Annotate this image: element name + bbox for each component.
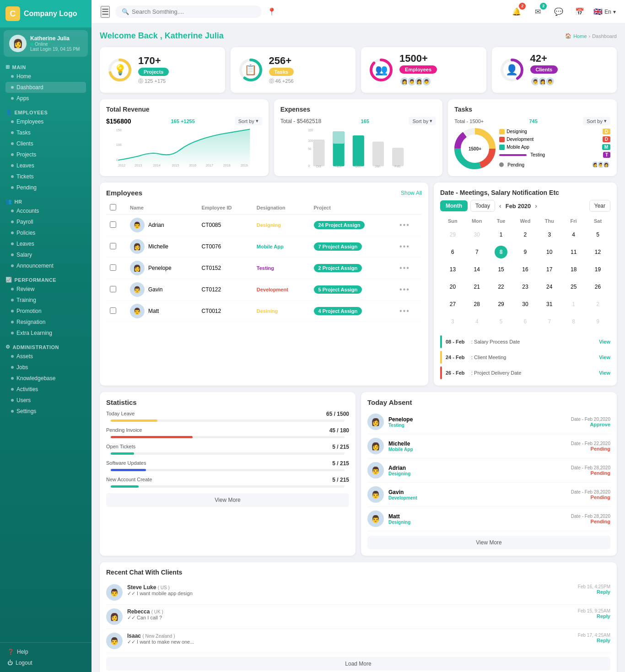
sidebar-item-dashboard[interactable]: Dashboard [5,82,86,93]
calendar-day[interactable]: 25 [562,279,585,295]
expenses-sort[interactable]: Sort by ▾ [409,117,436,125]
sidebar-item-extra-learning[interactable]: Extra Learning [5,328,86,339]
chat-reply-button[interactable]: Reply [578,638,610,643]
sidebar-item-activities[interactable]: Activities [5,384,86,395]
calendar-button[interactable]: 📅 [572,5,587,19]
sidebar-item-resignation[interactable]: Resignation [5,317,86,328]
calendar-day[interactable]: 8 [490,244,513,260]
search-input[interactable] [132,8,255,15]
sidebar-item-leaves[interactable]: Leaves [5,160,86,171]
calendar-day[interactable]: 5 [586,226,609,243]
calendar-day[interactable]: 23 [514,279,537,295]
row-more-button[interactable]: ••• [399,307,410,315]
notification-button[interactable]: 🔔 2 [509,5,524,19]
language-selector[interactable]: 🇬🇧 En ▾ [593,7,616,16]
calendar-day[interactable]: 5 [490,313,513,330]
sidebar-item-tasks[interactable]: Tasks [5,127,86,138]
sidebar-item-review[interactable]: Review [5,284,86,295]
sidebar-item-projects[interactable]: Projects [5,149,86,160]
row-more-button[interactable]: ••• [399,285,410,293]
calendar-day[interactable]: 29 [490,296,513,312]
location-icon[interactable]: 📍 [267,7,276,16]
calendar-day[interactable]: 20 [441,279,464,295]
statistics-view-more[interactable]: View More [106,493,349,507]
calendar-day[interactable]: 31 [538,296,561,312]
row-checkbox[interactable] [110,264,116,271]
show-all-link[interactable]: Show All [401,190,422,196]
calendar-day[interactable]: 22 [490,279,513,295]
calendar-day[interactable]: 28 [465,296,489,312]
row-checkbox[interactable] [110,221,116,228]
calendar-day[interactable]: 2 [514,226,537,243]
calendar-day[interactable]: 30 [514,296,537,312]
sidebar-item-help[interactable]: ❓ Help [5,646,86,657]
calendar-day[interactable]: 16 [514,261,537,278]
calendar-day[interactable]: 4 [562,226,585,243]
calendar-day[interactable]: 2 [586,296,609,312]
prev-month-button[interactable]: ‹ [498,201,503,211]
calendar-day[interactable]: 12 [586,244,609,260]
sidebar-item-salary[interactable]: Salary [5,249,86,260]
row-checkbox[interactable] [110,307,116,314]
calendar-day[interactable]: 14 [465,261,489,278]
calendar-day[interactable]: 11 [562,244,585,260]
sidebar-item-assets[interactable]: Assets [5,351,86,362]
sidebar-item-settings[interactable]: Settings [5,406,86,417]
sidebar-item-payroll[interactable]: Payroll [5,216,86,227]
calendar-day[interactable]: 19 [586,261,609,278]
sidebar-item-promotion[interactable]: Promotion [5,306,86,317]
tasks-sort[interactable]: Sort by ▾ [583,117,610,125]
calendar-day[interactable]: 3 [538,226,561,243]
calendar-day[interactable]: 7 [538,313,561,330]
calendar-day[interactable]: 1 [562,296,585,312]
calendar-day[interactable]: 6 [514,313,537,330]
sidebar-item-announcement[interactable]: Announcement [5,260,86,271]
row-checkbox[interactable] [110,243,116,249]
load-more-button[interactable]: Load More [106,657,610,671]
calendar-day[interactable]: 9 [514,244,537,260]
sidebar-item-policies[interactable]: Policies [5,227,86,238]
calendar-day[interactable]: 6 [441,244,464,260]
row-more-button[interactable]: ••• [399,264,410,272]
breadcrumb-home[interactable]: Home [573,33,587,39]
sidebar-item-apps[interactable]: Apps [5,93,86,104]
row-checkbox[interactable] [110,286,116,292]
year-view-button[interactable]: Year [589,200,610,212]
calendar-day[interactable]: 29 [441,226,464,243]
calendar-day[interactable]: 9 [586,313,609,330]
chat-button[interactable]: 💬 [551,5,566,19]
calendar-day[interactable]: 7 [465,244,489,260]
calendar-day[interactable]: 21 [465,279,489,295]
calendar-day[interactable]: 18 [562,261,585,278]
sidebar-item-tickets[interactable]: Tickets [5,171,86,182]
message-button[interactable]: ✉ 2 [530,5,545,19]
row-more-button[interactable]: ••• [399,242,410,250]
sidebar-item-jobs[interactable]: Jobs [5,362,86,373]
next-month-button[interactable]: › [533,201,539,211]
sidebar-item-employees[interactable]: Employees [5,116,86,127]
calendar-day[interactable]: 8 [562,313,585,330]
revenue-sort[interactable]: Sort by ▾ [235,117,262,125]
calendar-day[interactable]: 17 [538,261,561,278]
calendar-day[interactable]: 13 [441,261,464,278]
sidebar-item-pending[interactable]: Pending [5,182,86,193]
sidebar-item-knowledgebase[interactable]: Knowledgebase [5,373,86,384]
calendar-day[interactable]: 3 [441,313,464,330]
calendar-day[interactable]: 24 [538,279,561,295]
chat-reply-button[interactable]: Reply [578,589,610,595]
menu-button[interactable]: ☰ [101,6,110,18]
chat-reply-button[interactable]: Reply [578,613,610,619]
sidebar-item-clients[interactable]: Clients [5,138,86,149]
sidebar-item-accounts[interactable]: Accounts [5,205,86,216]
row-more-button[interactable]: ••• [399,221,410,229]
event-view-link[interactable]: View [599,355,610,360]
today-button[interactable]: Today [470,200,495,212]
sidebar-item-logout[interactable]: ⏻ Logout [5,657,86,668]
select-all-checkbox[interactable] [110,204,116,210]
month-view-button[interactable]: Month [440,200,468,211]
sidebar-item-home[interactable]: Home [5,71,86,82]
sidebar-item-hr-leaves[interactable]: Leaves [5,238,86,249]
sidebar-item-training[interactable]: Training [5,295,86,306]
calendar-day[interactable]: 27 [441,296,464,312]
sidebar-item-users[interactable]: Users [5,395,86,406]
